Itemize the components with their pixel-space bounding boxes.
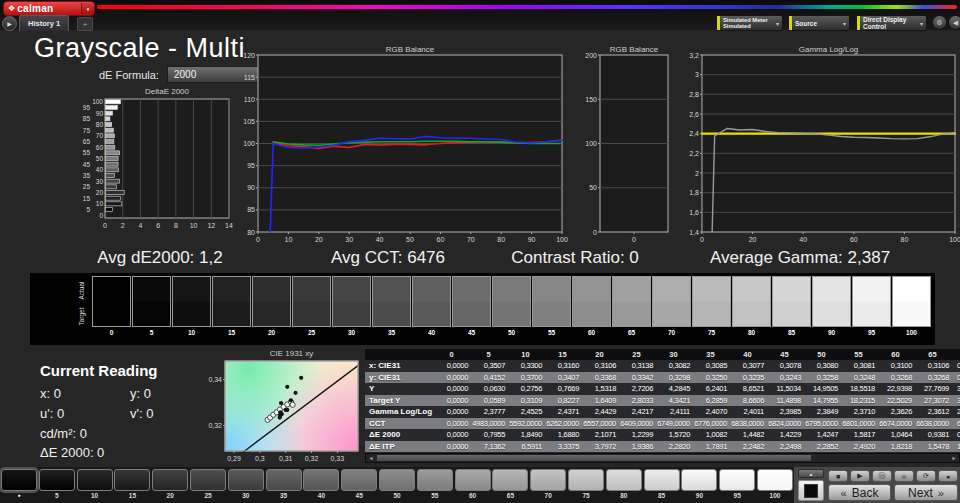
pattern-level-button-40[interactable]: 40 [303, 469, 339, 499]
svg-text:CIE 1931 xy: CIE 1931 xy [270, 349, 314, 358]
table-cell: 8,6521 [729, 384, 766, 393]
svg-text:25: 25 [83, 183, 91, 190]
table-column-header: 5 [470, 350, 507, 359]
settings-button[interactable]: ⚙ [932, 15, 947, 30]
table-header-row: 05101520253035404550556065 [365, 349, 960, 360]
pattern-level-button-80[interactable]: 80 [606, 469, 642, 499]
svg-text:110: 110 [244, 96, 255, 103]
pattern-level-label: 85 [644, 492, 680, 499]
collapse-panel-button[interactable]: ◀ [948, 15, 960, 30]
table-row: ΔE ITP0,00007,13626,59113,33753,79721,93… [365, 441, 960, 453]
new-tab-button[interactable]: + [77, 17, 93, 31]
table-cell: 6838,0000 [729, 419, 766, 428]
pattern-level-button-50[interactable]: 50 [379, 469, 415, 499]
svg-text:1,8: 1,8 [689, 189, 699, 196]
table-cell: 0,0000 [433, 419, 470, 428]
loop-button[interactable]: ∞ [894, 470, 914, 482]
table-row-label: y: CIE31 [365, 373, 433, 382]
meter-dropdown[interactable]: Simulated Meter Simulated ▾ [716, 15, 783, 31]
logo-menu-caret-icon[interactable]: ▾ [81, 3, 94, 14]
table-cell: 0,3407 [544, 373, 581, 382]
pattern-level-button-90[interactable]: 90 [681, 469, 717, 499]
scroll-left-icon[interactable]: ◄ [366, 454, 376, 462]
pattern-level-button-15[interactable]: 15 [114, 469, 150, 499]
next-chevron-icon: » [938, 487, 944, 499]
reading-y: y: 0 [130, 386, 151, 401]
pattern-level-button-25[interactable]: 25 [190, 469, 226, 499]
source-dropdown[interactable]: Source ▾ [788, 15, 850, 31]
target-half [173, 302, 210, 327]
table-cell: 2,2852 [803, 442, 840, 451]
grayscale-swatch-label: 35 [372, 329, 411, 336]
scroll-right-icon[interactable]: ► [949, 454, 959, 462]
grayscale-swatch-95: 95 [852, 276, 891, 336]
table-column-header: 50 [803, 350, 840, 359]
pattern-level-button-35[interactable]: 35 [266, 469, 302, 499]
pattern-swatch [39, 469, 75, 491]
table-cell: 6795,0000 [803, 419, 840, 428]
grayscale-swatch-65: 65 [612, 276, 651, 336]
table-column-header: 60 [877, 350, 914, 359]
table-row-label: ΔE ITP [365, 442, 433, 451]
pattern-level-button-100[interactable]: 100 [757, 469, 793, 499]
actual-half [93, 277, 130, 302]
record-button[interactable]: ● [938, 470, 958, 482]
grayscale-swatch-label: 90 [812, 329, 851, 336]
svg-text:1,6: 1,6 [689, 209, 699, 216]
svg-text:30: 30 [96, 178, 104, 185]
cie-1931-chart: CIE 1931 xy0,320,340,290,30,310,320,33 [205, 348, 365, 462]
refresh-button[interactable]: ⟳ [916, 470, 936, 482]
pattern-level-button-60[interactable]: 60 [455, 469, 491, 499]
target-half [333, 302, 370, 327]
pattern-level-button-5[interactable]: 5 [39, 469, 75, 499]
pattern-level-button-55[interactable]: 55 [417, 469, 453, 499]
nav-menu-button[interactable]: ▶ [2, 16, 17, 31]
pattern-swatch [152, 469, 188, 491]
table-cell: 2,4111 [655, 407, 692, 416]
pattern-level-button-20[interactable]: 20 [152, 469, 188, 499]
calman-logo-button[interactable]: ❖ calman ▾ [3, 1, 95, 16]
history-button[interactable]: Ⓗ [872, 470, 892, 482]
caret-down-icon: ▾ [920, 20, 926, 27]
pattern-level-button-10[interactable]: 10 [77, 469, 113, 499]
back-button[interactable]: « Back [828, 484, 891, 501]
grayscale-swatch-35: 35 [372, 276, 411, 336]
grayscale-swatch-box [612, 276, 651, 327]
svg-text:80: 80 [247, 229, 255, 236]
svg-text:8: 8 [174, 222, 178, 229]
tab-history-1[interactable]: History 1 [19, 15, 69, 31]
pattern-level-button-30[interactable]: 30 [228, 469, 264, 499]
table-cell: 1,5817 [840, 430, 877, 439]
play-button[interactable]: ▶ [850, 470, 870, 482]
pattern-level-button-95[interactable]: 95 [719, 469, 755, 499]
table-cell: 6776,0000 [692, 419, 729, 428]
pattern-window-expand-button[interactable]: ▲ [798, 469, 824, 478]
reading-v: v': 0 [130, 406, 153, 421]
pattern-level-button-70[interactable]: 70 [530, 469, 566, 499]
next-button[interactable]: Next » [894, 484, 958, 501]
table-cell: 2,3626 [877, 407, 914, 416]
pattern-level-button-75[interactable]: 75 [568, 469, 604, 499]
table-scrollbar[interactable]: ◄ ► [365, 453, 960, 463]
scrollbar-thumb[interactable] [377, 455, 811, 461]
table-cell: 1,6409 [581, 396, 618, 405]
pattern-level-button-0[interactable]: ● [1, 469, 37, 498]
pattern-level-label: 15 [114, 492, 150, 499]
pattern-level-label: 75 [568, 492, 604, 499]
grayscale-swatch-label: 100 [892, 329, 931, 336]
table-cell: 0,3250 [692, 373, 729, 382]
target-half [133, 302, 170, 327]
svg-text:0: 0 [632, 236, 636, 243]
stop-button[interactable]: ■ [828, 470, 848, 482]
pattern-level-button-65[interactable]: 65 [492, 469, 528, 499]
pattern-level-button-45[interactable]: 45 [341, 469, 377, 499]
pattern-window-button[interactable] [798, 480, 824, 501]
table-cell: 0,3081 [840, 361, 877, 370]
pattern-level-button-85[interactable]: 85 [644, 469, 680, 499]
rainbow-strip [97, 5, 957, 9]
display-control-dropdown[interactable]: Direct Display Control ▾ [856, 15, 927, 31]
svg-text:2: 2 [121, 222, 125, 229]
pattern-swatch [417, 469, 453, 491]
deltae-bar-chart: DeltaE 200001020304050607080901005152535… [41, 86, 237, 236]
actual-half [293, 277, 330, 302]
